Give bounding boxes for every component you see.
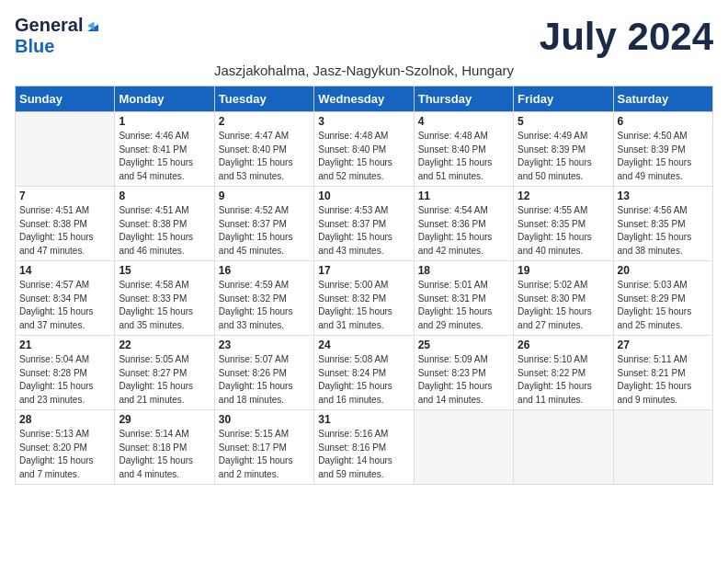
calendar-cell: 14Sunrise: 4:57 AM Sunset: 8:34 PM Dayli… [16,261,115,336]
day-number: 28 [19,413,110,426]
day-number: 8 [119,190,210,202]
day-number: 9 [219,190,310,202]
day-info: Sunrise: 4:56 AM Sunset: 8:35 PM Dayligh… [618,204,709,258]
calendar-cell: 23Sunrise: 5:07 AM Sunset: 8:26 PM Dayli… [214,336,313,410]
day-number: 23 [219,339,310,351]
calendar-cell: 29Sunrise: 5:14 AM Sunset: 8:18 PM Dayli… [115,410,214,485]
day-info: Sunrise: 5:04 AM Sunset: 8:28 PM Dayligh… [19,353,110,407]
day-number: 17 [318,264,409,277]
day-number: 19 [518,264,609,277]
calendar-cell: 7Sunrise: 4:51 AM Sunset: 8:38 PM Daylig… [16,187,115,261]
calendar-cell [414,410,513,485]
calendar-cell: 16Sunrise: 4:59 AM Sunset: 8:32 PM Dayli… [214,261,313,336]
calendar-cell: 31Sunrise: 5:16 AM Sunset: 8:16 PM Dayli… [314,410,414,485]
calendar-week-1: 1Sunrise: 4:46 AM Sunset: 8:41 PM Daylig… [16,112,713,187]
calendar-cell: 12Sunrise: 4:55 AM Sunset: 8:35 PM Dayli… [514,187,613,261]
day-info: Sunrise: 5:13 AM Sunset: 8:20 PM Dayligh… [19,428,110,481]
calendar-cell: 24Sunrise: 5:08 AM Sunset: 8:24 PM Dayli… [314,336,414,410]
calendar-cell: 2Sunrise: 4:47 AM Sunset: 8:40 PM Daylig… [214,112,313,187]
day-number: 3 [318,115,409,128]
svg-marker-1 [87,21,95,29]
logo-general-text: General [15,15,83,36]
calendar-cell: 6Sunrise: 4:50 AM Sunset: 8:39 PM Daylig… [613,112,712,187]
calendar-cell: 5Sunrise: 4:49 AM Sunset: 8:39 PM Daylig… [514,112,613,187]
calendar-cell: 28Sunrise: 5:13 AM Sunset: 8:20 PM Dayli… [16,410,115,485]
day-info: Sunrise: 5:08 AM Sunset: 8:24 PM Dayligh… [318,353,409,407]
day-number: 25 [418,339,509,351]
day-number: 27 [618,339,709,351]
day-number: 2 [219,115,310,128]
day-number: 15 [119,264,210,277]
day-info: Sunrise: 5:14 AM Sunset: 8:18 PM Dayligh… [119,428,210,481]
calendar-cell: 19Sunrise: 5:02 AM Sunset: 8:30 PM Dayli… [514,261,613,336]
day-number: 30 [219,413,310,426]
day-info: Sunrise: 5:05 AM Sunset: 8:27 PM Dayligh… [119,353,210,407]
day-number: 7 [19,190,110,202]
day-info: Sunrise: 4:54 AM Sunset: 8:36 PM Dayligh… [418,204,509,258]
calendar-cell: 21Sunrise: 5:04 AM Sunset: 8:28 PM Dayli… [16,336,115,410]
calendar-cell: 8Sunrise: 4:51 AM Sunset: 8:38 PM Daylig… [115,187,214,261]
calendar-cell [16,112,115,187]
calendar-cell: 18Sunrise: 5:01 AM Sunset: 8:31 PM Dayli… [414,261,513,336]
day-info: Sunrise: 4:51 AM Sunset: 8:38 PM Dayligh… [119,204,210,258]
calendar-cell: 17Sunrise: 5:00 AM Sunset: 8:32 PM Dayli… [314,261,414,336]
weekday-header-sunday: Sunday [16,86,115,112]
calendar-week-3: 14Sunrise: 4:57 AM Sunset: 8:34 PM Dayli… [16,261,713,336]
calendar-table: SundayMondayTuesdayWednesdayThursdayFrid… [15,86,713,485]
location-subtitle: Jaszjakohalma, Jasz-Nagykun-Szolnok, Hun… [15,63,713,78]
page-header: General Blue July 2024 [15,15,713,59]
day-number: 4 [418,115,509,128]
calendar-cell: 10Sunrise: 4:53 AM Sunset: 8:37 PM Dayli… [314,187,414,261]
calendar-cell: 3Sunrise: 4:48 AM Sunset: 8:40 PM Daylig… [314,112,414,187]
day-info: Sunrise: 5:07 AM Sunset: 8:26 PM Dayligh… [219,353,310,407]
day-number: 5 [518,115,609,128]
day-info: Sunrise: 4:48 AM Sunset: 8:40 PM Dayligh… [318,130,409,183]
day-number: 14 [19,264,110,277]
day-number: 10 [318,190,409,202]
day-number: 1 [119,115,210,128]
day-info: Sunrise: 4:49 AM Sunset: 8:39 PM Dayligh… [518,130,609,183]
weekday-header-wednesday: Wednesday [314,86,414,112]
day-info: Sunrise: 5:16 AM Sunset: 8:16 PM Dayligh… [318,428,409,481]
calendar-cell: 1Sunrise: 4:46 AM Sunset: 8:41 PM Daylig… [115,112,214,187]
calendar-cell [514,410,613,485]
calendar-cell: 26Sunrise: 5:10 AM Sunset: 8:22 PM Dayli… [514,336,613,410]
day-info: Sunrise: 4:55 AM Sunset: 8:35 PM Dayligh… [518,204,609,258]
day-info: Sunrise: 4:47 AM Sunset: 8:40 PM Dayligh… [219,130,310,183]
day-info: Sunrise: 5:09 AM Sunset: 8:23 PM Dayligh… [418,353,509,407]
calendar-week-4: 21Sunrise: 5:04 AM Sunset: 8:28 PM Dayli… [16,336,713,410]
calendar-cell: 27Sunrise: 5:11 AM Sunset: 8:21 PM Dayli… [613,336,712,410]
calendar-cell: 22Sunrise: 5:05 AM Sunset: 8:27 PM Dayli… [115,336,214,410]
calendar-cell: 11Sunrise: 4:54 AM Sunset: 8:36 PM Dayli… [414,187,513,261]
calendar-cell: 30Sunrise: 5:15 AM Sunset: 8:17 PM Dayli… [214,410,313,485]
weekday-header-row: SundayMondayTuesdayWednesdayThursdayFrid… [16,86,713,112]
day-number: 24 [318,339,409,351]
day-info: Sunrise: 4:48 AM Sunset: 8:40 PM Dayligh… [418,130,509,183]
day-info: Sunrise: 4:59 AM Sunset: 8:32 PM Dayligh… [219,279,310,332]
day-info: Sunrise: 5:01 AM Sunset: 8:31 PM Dayligh… [418,279,509,332]
day-number: 18 [418,264,509,277]
day-info: Sunrise: 4:46 AM Sunset: 8:41 PM Dayligh… [119,130,210,183]
calendar-cell: 25Sunrise: 5:09 AM Sunset: 8:23 PM Dayli… [414,336,513,410]
day-info: Sunrise: 5:00 AM Sunset: 8:32 PM Dayligh… [318,279,409,332]
day-number: 21 [19,339,110,351]
weekday-header-saturday: Saturday [613,86,712,112]
calendar-cell [613,410,712,485]
day-number: 31 [318,413,409,426]
calendar-cell: 9Sunrise: 4:52 AM Sunset: 8:37 PM Daylig… [214,187,313,261]
day-info: Sunrise: 5:15 AM Sunset: 8:17 PM Dayligh… [219,428,310,481]
day-info: Sunrise: 5:11 AM Sunset: 8:21 PM Dayligh… [618,353,709,407]
day-info: Sunrise: 5:02 AM Sunset: 8:30 PM Dayligh… [518,279,609,332]
day-number: 6 [618,115,709,128]
calendar-cell: 20Sunrise: 5:03 AM Sunset: 8:29 PM Dayli… [613,261,712,336]
day-info: Sunrise: 5:03 AM Sunset: 8:29 PM Dayligh… [618,279,709,332]
day-number: 26 [518,339,609,351]
calendar-cell: 13Sunrise: 4:56 AM Sunset: 8:35 PM Dayli… [613,187,712,261]
calendar-week-2: 7Sunrise: 4:51 AM Sunset: 8:38 PM Daylig… [16,187,713,261]
weekday-header-tuesday: Tuesday [214,86,313,112]
calendar-body: 1Sunrise: 4:46 AM Sunset: 8:41 PM Daylig… [16,112,713,485]
day-number: 13 [618,190,709,202]
day-number: 22 [119,339,210,351]
logo: General Blue [15,15,101,57]
calendar-cell: 4Sunrise: 4:48 AM Sunset: 8:40 PM Daylig… [414,112,513,187]
